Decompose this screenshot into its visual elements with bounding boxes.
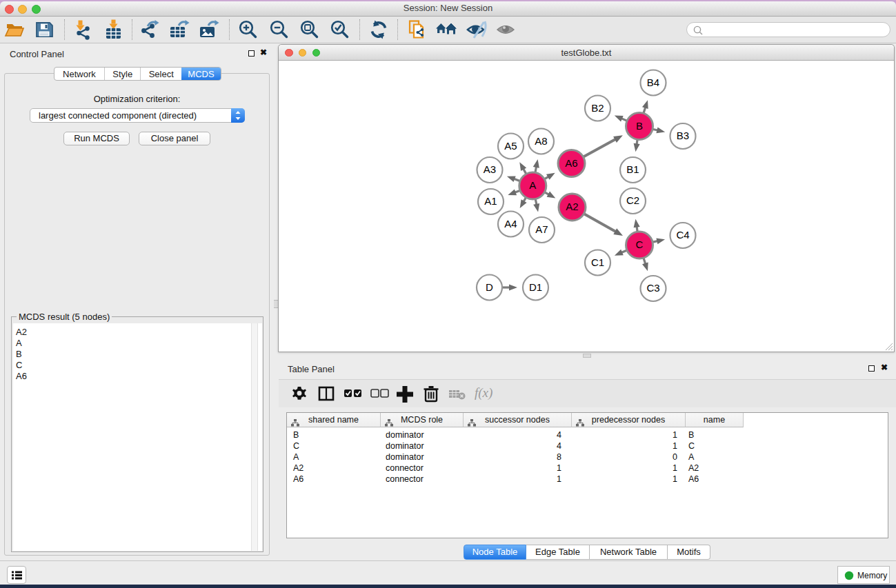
svg-text:B2: B2 — [591, 102, 604, 114]
svg-text:C3: C3 — [646, 282, 659, 294]
svg-text:A7: A7 — [535, 223, 548, 235]
svg-text:C2: C2 — [626, 194, 639, 206]
svg-text:A3: A3 — [484, 163, 496, 175]
svg-text:A1: A1 — [484, 195, 497, 207]
svg-text:A2: A2 — [566, 201, 578, 212]
svg-text:B4: B4 — [647, 77, 659, 88]
svg-text:C1: C1 — [591, 256, 604, 268]
svg-text:D1: D1 — [529, 281, 542, 293]
svg-text:A8: A8 — [535, 135, 547, 147]
svg-text:A: A — [529, 179, 536, 191]
svg-text:A4: A4 — [504, 218, 517, 230]
svg-text:C: C — [636, 239, 644, 250]
svg-text:C4: C4 — [676, 229, 689, 241]
svg-text:A6: A6 — [565, 157, 577, 169]
svg-text:B3: B3 — [677, 130, 689, 141]
svg-text:D: D — [486, 281, 493, 293]
svg-text:A5: A5 — [504, 140, 517, 152]
svg-text:B: B — [636, 120, 643, 132]
svg-text:B1: B1 — [626, 163, 639, 175]
